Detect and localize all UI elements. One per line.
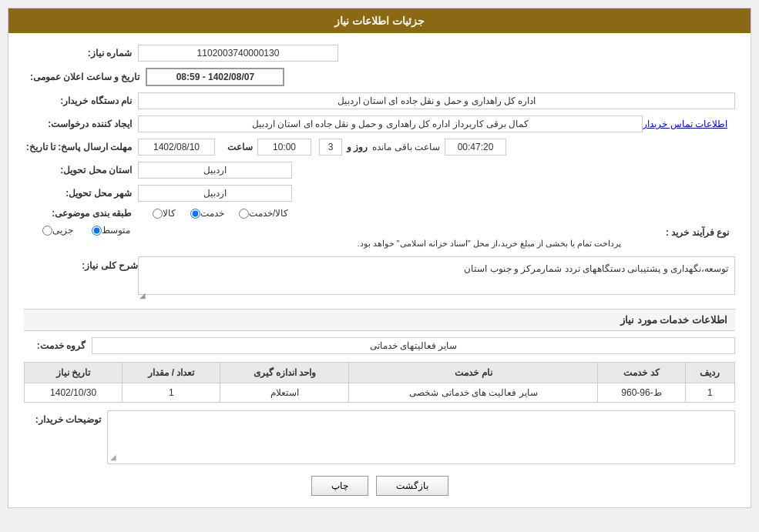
buyer-notes-label: توضیحات خریدار:: [24, 410, 101, 425]
service-group-label: گروه خدمت:: [24, 340, 86, 351]
cell-code: ط-96-960: [598, 383, 685, 403]
contact-info-link[interactable]: اطلاعات تماس خریدار: [643, 119, 727, 129]
textarea-resize-icon: ◢: [110, 453, 116, 461]
purchase-jozi-radio[interactable]: [42, 226, 52, 236]
purchase-note: پرداخت تمام یا بخشی از مبلغ خرید،از محل …: [24, 239, 621, 249]
province-label: استان محل تحویل:: [24, 165, 132, 176]
category-label: طبقه بندی موضوعی:: [24, 208, 132, 219]
buyer-notes-textarea: [107, 410, 735, 464]
col-header-rownum: ردیف: [685, 363, 734, 383]
col-header-code: کد خدمت: [598, 363, 685, 383]
col-header-name: نام خدمت: [349, 363, 598, 383]
col-header-date: تاریخ نیاز: [25, 363, 123, 383]
city-value: اردبیل: [138, 185, 292, 202]
need-description-label: شرح کلی نیاز:: [30, 256, 138, 271]
cell-date: 1402/10/30: [25, 383, 123, 403]
cell-unit: استعلام: [220, 383, 349, 403]
deadline-time-value: 10:00: [257, 139, 311, 156]
days-value: 3: [319, 139, 342, 156]
announcement-date-value: 1402/08/07 - 08:59: [146, 68, 284, 86]
creator-label: ایجاد کننده درخواست:: [24, 119, 132, 129]
table-row: 1 ط-96-960 سایر فعالیت های خدماتی شخصی ا…: [25, 383, 735, 403]
announcement-date-label: تاریخ و ساعت اعلان عمومی:: [30, 72, 139, 82]
resize-handle: ◢: [139, 291, 146, 299]
remaining-time-value: 00:47:20: [445, 139, 506, 156]
province-value: اردبیل: [138, 162, 292, 179]
category-kala-khedmat-radio[interactable]: [239, 209, 249, 219]
cell-name: سایر فعالیت های خدماتی شخصی: [349, 383, 598, 403]
cell-rownum: 1: [685, 383, 734, 403]
need-number-label: شماره نیاز:: [24, 48, 132, 59]
services-section-title: اطلاعات خدمات مورد نیاز: [24, 309, 735, 331]
col-header-qty: تعداد / مقدار: [123, 363, 220, 383]
purchase-motevaset-label: متوسط: [102, 225, 130, 236]
buyer-org-label: نام دستگاه خریدار:: [24, 95, 132, 106]
cell-qty: 1: [123, 383, 220, 403]
remaining-label: ساعت باقی مانده: [372, 142, 440, 152]
deadline-label: مهلت ارسال پاسخ: تا تاریخ:: [24, 142, 132, 152]
back-button[interactable]: بازگشت: [376, 476, 448, 496]
days-label: روز و: [347, 142, 368, 152]
need-number-value: 1102003740000130: [138, 45, 338, 62]
print-button[interactable]: چاپ: [311, 476, 368, 496]
page-title: جزئیات اطلاعات نیاز: [8, 8, 751, 33]
col-header-unit: واحد اندازه گیری: [220, 363, 349, 383]
creator-value: کمال برقی کاربرداز اداره کل راهداری و حم…: [138, 115, 643, 132]
services-table: ردیف کد خدمت نام خدمت واحد اندازه گیری ت…: [24, 362, 735, 403]
need-description-value: توسعه،نگهداری و پشتیبانی دستگاههای تردد …: [138, 256, 735, 295]
deadline-time-label: ساعت: [227, 142, 253, 152]
category-khedmat-radio[interactable]: [190, 209, 200, 219]
buyer-org-value: اداره کل راهداری و حمل و نقل جاده ای است…: [138, 92, 735, 109]
purchase-type-label: نوع فرآیند خرید :: [621, 225, 729, 238]
deadline-date-value: 1402/08/10: [138, 139, 215, 156]
purchase-motevaset-radio[interactable]: [92, 226, 102, 236]
service-group-value: سایر فعالیتهای خدماتی: [92, 337, 735, 354]
category-kala-radio[interactable]: [153, 209, 163, 219]
category-khedmat-label: خدمت: [200, 208, 224, 219]
purchase-jozi-label: جزیی: [52, 225, 73, 236]
category-kala-khedmat-label: کالا/خدمت: [249, 208, 288, 219]
city-label: شهر محل تحویل:: [24, 188, 132, 199]
category-kala-label: کالا: [163, 208, 176, 219]
